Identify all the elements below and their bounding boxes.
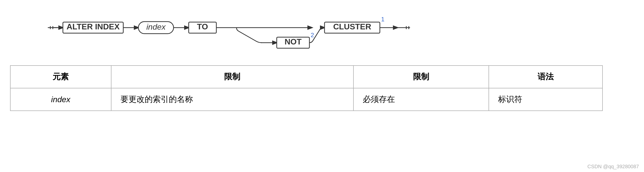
index-label: index: [146, 22, 166, 31]
alter-index-label: ALTER INDEX: [67, 22, 120, 31]
col-header-syntax: 语法: [489, 66, 602, 88]
col-header-constraint1: 限制: [111, 66, 353, 88]
col-header-constraint2: 限制: [353, 66, 489, 88]
cell-element: index: [10, 88, 111, 111]
table-row: index 要更改的索引的名称 必须存在 标识符: [10, 88, 602, 111]
cell-constraint2: 必须存在: [353, 88, 489, 111]
cell-constraint1: 要更改的索引的名称: [111, 88, 353, 111]
cluster-superscript: 1: [381, 16, 384, 23]
cluster-label: CLUSTER: [333, 22, 371, 31]
col-header-element: 元素: [10, 66, 111, 88]
watermark: CSDN @qq_39280087: [587, 164, 639, 169]
syntax-diagram: ALTER INDEX index TO NOT 2 CLUSTER 1: [10, 8, 634, 58]
not-label: NOT: [285, 37, 302, 46]
not-superscript: 2: [311, 32, 314, 38]
to-label: TO: [197, 22, 208, 31]
syntax-table: 元素 限制 限制 语法 index 要更改的索引的名称 必须存在 标识符: [10, 65, 603, 111]
cell-syntax: 标识符: [489, 88, 602, 111]
